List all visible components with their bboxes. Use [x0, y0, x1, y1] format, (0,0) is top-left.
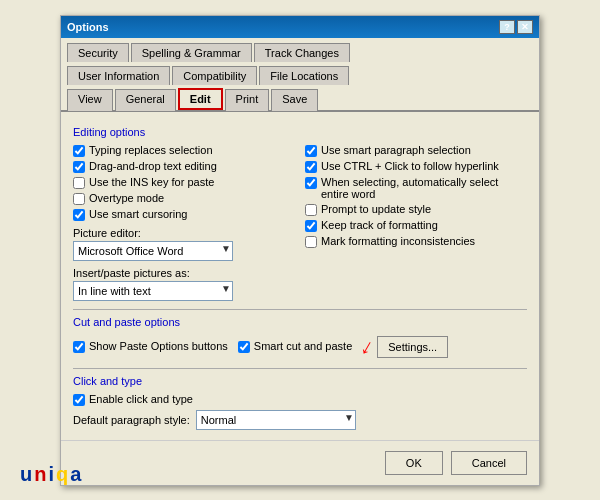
editing-options-title: Editing options [73, 126, 527, 138]
content-area: Editing options Typing replaces selectio… [61, 112, 539, 440]
list-item: Prompt to update style [305, 203, 527, 216]
list-item: Use the INS key for paste [73, 176, 295, 189]
divider-cut-paste [73, 309, 527, 310]
list-item: Smart cut and paste [238, 340, 352, 353]
tab-track-changes[interactable]: Track Changes [254, 43, 350, 62]
list-item: Overtype mode [73, 192, 295, 205]
tabs-row1: Security Spelling & Grammar Track Change… [61, 38, 539, 61]
red-arrow-icon: ↓ [357, 332, 380, 360]
mark-format-checkbox[interactable] [305, 236, 317, 248]
help-button[interactable]: ? [499, 20, 515, 34]
ctrl-click-checkbox[interactable] [305, 161, 317, 173]
insert-paste-dropdown-wrap: In line with text Square Tight ▼ [73, 281, 233, 301]
smart-cursor-label: Use smart cursoring [89, 208, 187, 220]
close-button[interactable]: ✕ [517, 20, 533, 34]
overtype-checkbox[interactable] [73, 193, 85, 205]
drag-drop-checkbox[interactable] [73, 161, 85, 173]
keep-format-checkbox[interactable] [305, 220, 317, 232]
list-item: Drag-and-drop text editing [73, 160, 295, 173]
picture-editor-dropdown-wrap: Microsoft Office Word ▼ [73, 241, 233, 261]
tab-general[interactable]: General [115, 89, 176, 111]
enable-click-type-checkbox[interactable] [73, 394, 85, 406]
auto-select-label: When selecting, automatically select ent… [321, 176, 527, 200]
uniqa-logo: uniqa [20, 463, 83, 486]
tab-view[interactable]: View [67, 89, 113, 111]
insert-paste-label: Insert/paste pictures as: [73, 267, 295, 279]
typing-replaces-checkbox[interactable] [73, 145, 85, 157]
picture-editor-section: Picture editor: Microsoft Office Word ▼ [73, 227, 295, 261]
mark-format-label: Mark formatting inconsistencies [321, 235, 475, 247]
ins-key-label: Use the INS key for paste [89, 176, 214, 188]
title-bar-buttons: ? ✕ [499, 20, 533, 34]
ctrl-click-label: Use CTRL + Click to follow hyperlink [321, 160, 499, 172]
smart-cursor-checkbox[interactable] [73, 209, 85, 221]
default-para-row: Default paragraph style: Normal Heading … [73, 410, 527, 430]
list-item: Mark formatting inconsistencies [305, 235, 527, 248]
keep-format-label: Keep track of formatting [321, 219, 438, 231]
show-paste-checkbox[interactable] [73, 341, 85, 353]
enable-click-type-label: Enable click and type [89, 393, 193, 405]
tab-security[interactable]: Security [67, 43, 129, 62]
default-para-label: Default paragraph style: [73, 414, 190, 426]
prompt-update-checkbox[interactable] [305, 204, 317, 216]
smart-para-label: Use smart paragraph selection [321, 144, 471, 156]
show-paste-label: Show Paste Options buttons [89, 340, 228, 352]
settings-button[interactable]: Settings... [377, 336, 448, 358]
list-item: When selecting, automatically select ent… [305, 176, 527, 200]
logo-i: i [48, 463, 56, 485]
insert-paste-section: Insert/paste pictures as: In line with t… [73, 267, 295, 301]
logo-u: u [20, 463, 34, 485]
list-item: Typing replaces selection [73, 144, 295, 157]
editing-options-columns: Typing replaces selection Drag-and-drop … [73, 144, 527, 301]
ins-key-checkbox[interactable] [73, 177, 85, 189]
typing-replaces-label: Typing replaces selection [89, 144, 213, 156]
tab-print[interactable]: Print [225, 89, 270, 111]
logo-q: q [56, 463, 70, 485]
list-item: Use CTRL + Click to follow hyperlink [305, 160, 527, 173]
tab-user-info[interactable]: User Information [67, 66, 170, 85]
tab-compatibility[interactable]: Compatibility [172, 66, 257, 85]
picture-editor-label: Picture editor: [73, 227, 295, 239]
insert-paste-select[interactable]: In line with text Square Tight [73, 281, 233, 301]
window-title: Options [67, 21, 109, 33]
list-item: Keep track of formatting [305, 219, 527, 232]
tab-save[interactable]: Save [271, 89, 318, 111]
options-dialog: Options ? ✕ Security Spelling & Grammar … [60, 15, 540, 486]
logo-n: n [34, 463, 48, 485]
smart-para-checkbox[interactable] [305, 145, 317, 157]
title-bar: Options ? ✕ [61, 16, 539, 38]
default-para-select[interactable]: Normal Heading 1 Heading 2 [196, 410, 356, 430]
right-column: Use smart paragraph selection Use CTRL +… [305, 144, 527, 301]
smart-cut-checkbox[interactable] [238, 341, 250, 353]
cut-paste-title: Cut and paste options [73, 316, 527, 328]
tabs-row3: View General Edit Print Save [61, 84, 539, 112]
list-item: Use smart cursoring [73, 208, 295, 221]
list-item: Show Paste Options buttons [73, 340, 228, 353]
list-item: Use smart paragraph selection [305, 144, 527, 157]
click-type-title: Click and type [73, 375, 527, 387]
drag-drop-label: Drag-and-drop text editing [89, 160, 217, 172]
bottom-buttons: OK Cancel [61, 440, 539, 485]
arrow-indicator: ↓ Settings... [362, 334, 448, 360]
prompt-update-label: Prompt to update style [321, 203, 431, 215]
divider-click-type [73, 368, 527, 369]
default-para-dropdown-wrap: Normal Heading 1 Heading 2 ▼ [196, 410, 356, 430]
picture-editor-select[interactable]: Microsoft Office Word [73, 241, 233, 261]
list-item: Enable click and type [73, 393, 527, 406]
cut-paste-row: Show Paste Options buttons Smart cut and… [73, 334, 527, 360]
overtype-label: Overtype mode [89, 192, 164, 204]
logo-a: a [70, 463, 83, 485]
cancel-button[interactable]: Cancel [451, 451, 527, 475]
tab-edit[interactable]: Edit [178, 88, 223, 110]
smart-cut-label: Smart cut and paste [254, 340, 352, 352]
tab-file-locations[interactable]: File Locations [259, 66, 349, 85]
tab-spelling[interactable]: Spelling & Grammar [131, 43, 252, 62]
left-column: Typing replaces selection Drag-and-drop … [73, 144, 295, 301]
tabs-row2: User Information Compatibility File Loca… [61, 61, 539, 84]
auto-select-checkbox[interactable] [305, 177, 317, 189]
ok-button[interactable]: OK [385, 451, 443, 475]
